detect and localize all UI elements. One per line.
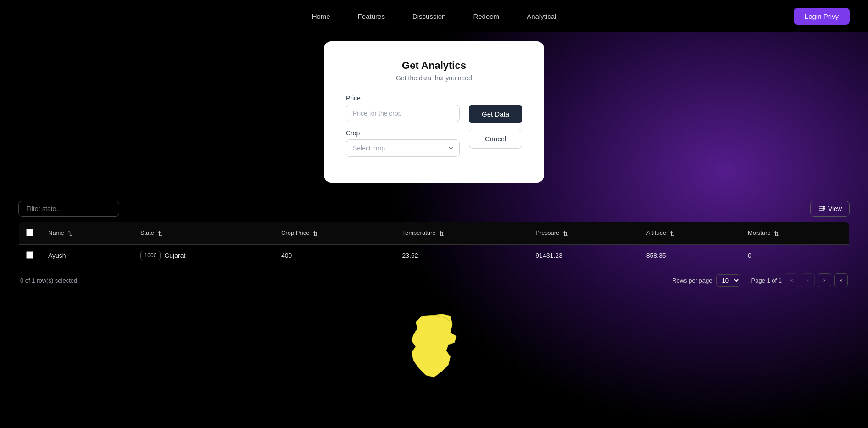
nav-analytical[interactable]: Analytical [527,12,556,20]
pagination: Page 1 of 1 « ‹ › » [751,273,848,287]
th-altitude[interactable]: Altitude ⇅ [639,222,740,245]
svg-point-4 [823,208,825,210]
table-row: Ayush 1000 Gujarat 400 23.62 91431.23 85… [19,245,850,267]
page-info: Page 1 of 1 [751,277,782,284]
table-header: Name ⇅ State ⇅ Crop Price ⇅ Temperature … [19,222,850,245]
row-checkbox[interactable] [26,251,33,259]
price-group: Price [346,94,460,122]
td-pressure: 91431.23 [528,245,639,267]
first-page-button[interactable]: « [785,273,798,287]
india-map-svg [388,312,480,385]
map-container [0,303,868,395]
nav-discussion[interactable]: Discussion [412,12,446,20]
modal-subtitle: Get the data that you need [346,74,522,82]
td-altitude: 858.35 [639,245,740,267]
th-name[interactable]: Name ⇅ [41,222,133,245]
table-footer: 0 of 1 row(s) selected. Rows per page 10… [18,267,850,294]
selection-info: 0 of 1 row(s) selected. [20,277,79,284]
state-badge-num: 1000 [140,251,161,260]
crop-group: Crop Select crop Wheat Rice Cotton Sugar… [346,129,460,157]
form-fields: Price Crop Select crop Wheat Rice Cotton… [346,94,460,164]
th-pressure[interactable]: Pressure ⇅ [528,222,639,245]
sort-state-icon: ⇅ [158,230,163,237]
td-temperature: 23.62 [395,245,529,267]
select-all-checkbox[interactable] [26,229,33,236]
th-moisture[interactable]: Moisture ⇅ [740,222,850,245]
price-input[interactable] [346,105,460,122]
india-map-path [412,315,456,377]
sort-temperature-icon: ⇅ [439,230,444,237]
th-checkbox [19,222,41,245]
cancel-button[interactable]: Cancel [469,129,522,149]
crop-select[interactable]: Select crop Wheat Rice Cotton Sugarcane [346,139,460,157]
td-checkbox [19,245,41,267]
get-data-button[interactable]: Get Data [469,105,522,123]
nav-home[interactable]: Home [312,12,330,20]
pagination-area: Rows per page 10 20 50 Page 1 of 1 « ‹ ›… [672,273,848,287]
nav-links: Home Features Discussion Redeem Analytic… [18,12,850,20]
navbar: Home Features Discussion Redeem Analytic… [0,0,868,32]
table-toolbar: View [18,201,850,217]
state-name: Gujarat [164,252,185,259]
th-crop-price[interactable]: Crop Price ⇅ [274,222,395,245]
sort-altitude-icon: ⇅ [670,230,675,237]
nav-features[interactable]: Features [358,12,385,20]
rows-per-page-select[interactable]: 10 20 50 [716,274,740,287]
modal-form: Price Crop Select crop Wheat Rice Cotton… [346,94,522,164]
rows-per-page-label: Rows per page [672,277,712,284]
th-temperature[interactable]: Temperature ⇅ [395,222,529,245]
login-button[interactable]: Login Privy [794,8,850,25]
svg-point-3 [823,206,825,208]
data-table: Name ⇅ State ⇅ Crop Price ⇅ Temperature … [18,222,850,267]
view-label: View [828,205,842,212]
td-moisture: 0 [740,245,850,267]
th-state[interactable]: State ⇅ [133,222,274,245]
last-page-button[interactable]: » [834,273,848,287]
main-content: Get Analytics Get the data that you need… [0,32,868,303]
form-buttons: Get Data Cancel [469,94,522,149]
analytics-modal: Get Analytics Get the data that you need… [324,41,544,183]
sort-crop-price-icon: ⇅ [313,230,318,237]
sort-name-icon: ⇅ [67,230,72,237]
filter-state-input[interactable] [18,201,119,217]
state-badge: 1000 Gujarat [140,251,186,260]
next-page-button[interactable]: › [818,273,831,287]
nav-redeem[interactable]: Redeem [473,12,499,20]
table-body: Ayush 1000 Gujarat 400 23.62 91431.23 85… [19,245,850,267]
price-label: Price [346,94,460,102]
view-button[interactable]: View [810,201,850,217]
modal-title: Get Analytics [346,60,522,72]
sort-moisture-icon: ⇅ [774,230,779,237]
sort-pressure-icon: ⇅ [563,230,568,237]
td-name: Ayush [41,245,133,267]
crop-label: Crop [346,129,460,137]
td-crop-price: 400 [274,245,395,267]
td-state: 1000 Gujarat [133,245,274,267]
rows-per-page: Rows per page 10 20 50 [672,274,740,287]
prev-page-button[interactable]: ‹ [801,273,815,287]
view-icon [818,205,825,212]
